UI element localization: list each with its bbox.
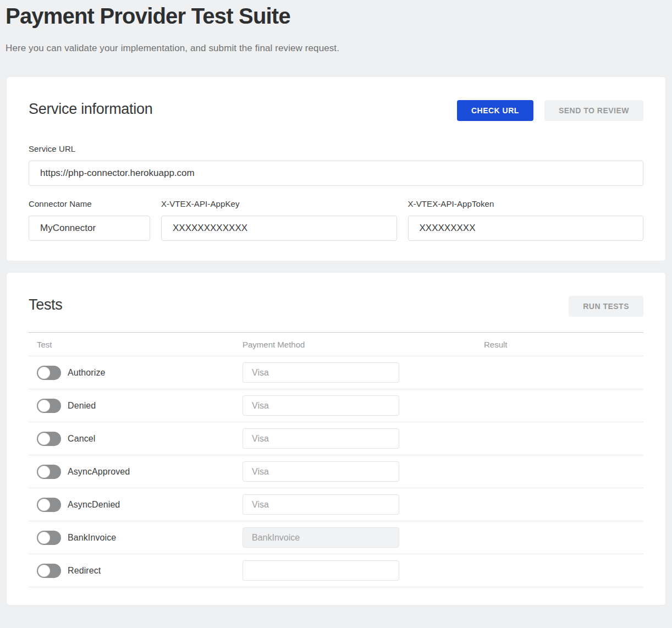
page-header: Payment Provider Test Suite Here you can…	[0, 0, 672, 54]
app-token-label: X-VTEX-API-AppToken	[408, 199, 644, 208]
test-cell: Cancel	[29, 432, 243, 446]
toggle-knob-icon	[38, 532, 50, 544]
test-toggle[interactable]	[37, 366, 61, 380]
test-row: AsyncDenied	[29, 488, 643, 521]
app-token-field: X-VTEX-API-AppToken	[408, 199, 644, 241]
test-row-label: BankInvoice	[68, 533, 116, 543]
credentials-row: Connector Name X-VTEX-API-AppKey X-VTEX-…	[29, 199, 643, 241]
toggle-knob-icon	[38, 433, 50, 445]
test-cell: BankInvoice	[29, 531, 243, 545]
payment-method-input[interactable]	[243, 461, 399, 482]
payment-method-cell	[243, 395, 484, 416]
service-url-input[interactable]	[29, 161, 643, 186]
test-row: Authorize	[29, 356, 643, 389]
payment-provider-test-suite-page: Payment Provider Test Suite Here you can…	[0, 0, 672, 628]
payment-method-input[interactable]	[243, 494, 399, 515]
test-row-label: Redirect	[68, 566, 101, 576]
test-toggle[interactable]	[37, 564, 61, 578]
test-row-label: Authorize	[68, 368, 106, 378]
payment-method-input[interactable]	[243, 428, 399, 449]
app-token-input[interactable]	[408, 216, 644, 241]
column-header-result: Result	[484, 340, 643, 349]
test-cell: Authorize	[29, 366, 243, 380]
payment-method-input[interactable]	[243, 395, 399, 416]
test-cell: Denied	[29, 399, 243, 413]
payment-method-cell	[243, 560, 484, 581]
send-to-review-button[interactable]: SEND TO REVIEW	[544, 100, 643, 121]
tests-table-body: Authorize Denied Cancel	[29, 356, 643, 587]
column-header-test: Test	[29, 340, 243, 349]
payment-method-cell	[243, 362, 484, 383]
tests-heading: Tests	[29, 296, 63, 313]
payment-method-cell	[243, 428, 484, 449]
tests-table-header: Test Payment Method Result	[29, 332, 643, 356]
payment-method-input[interactable]	[243, 362, 399, 383]
tests-card: Tests RUN TESTS Test Payment Method Resu…	[7, 273, 665, 605]
toggle-knob-icon	[38, 499, 50, 511]
app-key-label: X-VTEX-API-AppKey	[161, 199, 397, 208]
payment-method-input[interactable]	[243, 527, 399, 548]
test-row-label: AsyncApproved	[68, 467, 130, 477]
payment-method-cell	[243, 494, 484, 515]
check-url-button[interactable]: CHECK URL	[457, 100, 533, 121]
toggle-knob-icon	[38, 367, 50, 379]
test-row: Denied	[29, 389, 643, 422]
service-url-field: Service URL	[29, 144, 643, 186]
connector-name-label: Connector Name	[29, 199, 150, 208]
app-key-field: X-VTEX-API-AppKey	[161, 199, 397, 241]
service-information-heading: Service information	[29, 100, 152, 118]
service-card-header: Service information CHECK URL SEND TO RE…	[29, 100, 643, 121]
tests-table: Test Payment Method Result Authorize Den…	[29, 332, 643, 587]
test-cell: AsyncDenied	[29, 498, 243, 512]
toggle-knob-icon	[38, 565, 50, 577]
connector-name-input[interactable]	[29, 216, 150, 241]
page-subtitle: Here you can validate your implementatio…	[5, 43, 665, 54]
toggle-knob-icon	[38, 466, 50, 478]
test-cell: Redirect	[29, 564, 243, 578]
tests-card-header: Tests RUN TESTS	[29, 296, 643, 317]
run-tests-button[interactable]: RUN TESTS	[569, 296, 643, 317]
test-row-label: Denied	[68, 401, 96, 411]
service-url-label: Service URL	[29, 144, 643, 153]
test-row: BankInvoice	[29, 521, 643, 554]
column-header-payment-method: Payment Method	[243, 340, 484, 349]
test-row: Redirect	[29, 554, 643, 587]
test-toggle[interactable]	[37, 531, 61, 545]
service-information-card: Service information CHECK URL SEND TO RE…	[7, 77, 665, 261]
test-toggle[interactable]	[37, 465, 61, 479]
toggle-knob-icon	[38, 400, 50, 412]
test-toggle[interactable]	[37, 498, 61, 512]
test-cell: AsyncApproved	[29, 465, 243, 479]
payment-method-cell	[243, 461, 484, 482]
test-row: Cancel	[29, 422, 643, 455]
payment-method-input[interactable]	[243, 560, 399, 581]
test-row-label: AsyncDenied	[68, 500, 120, 510]
connector-name-field: Connector Name	[29, 199, 150, 241]
test-toggle[interactable]	[37, 432, 61, 446]
page-title: Payment Provider Test Suite	[5, 3, 665, 29]
payment-method-cell	[243, 527, 484, 548]
test-toggle[interactable]	[37, 399, 61, 413]
test-row-label: Cancel	[68, 434, 95, 444]
app-key-input[interactable]	[161, 216, 397, 241]
service-actions: CHECK URL SEND TO REVIEW	[457, 100, 643, 121]
test-row: AsyncApproved	[29, 455, 643, 488]
